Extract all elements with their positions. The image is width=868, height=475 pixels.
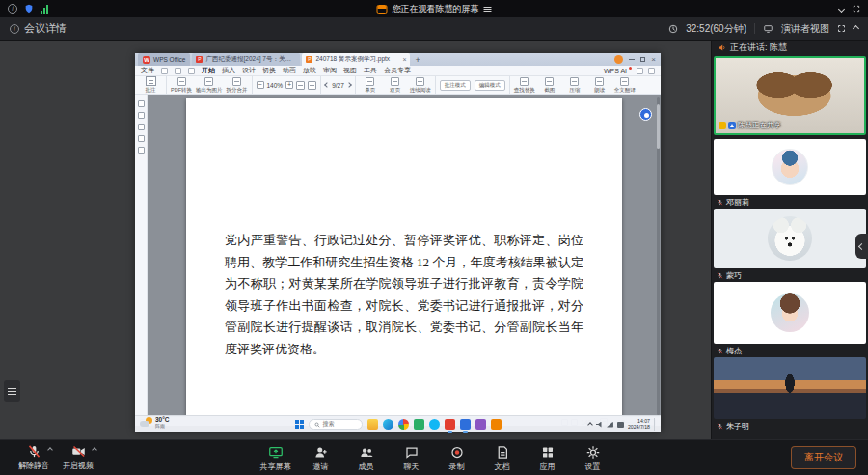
attachment-icon[interactable] [138, 135, 145, 142]
new-tab-button[interactable]: + [412, 55, 422, 65]
weather-widget[interactable]: 30°C 阵雨 [140, 417, 170, 429]
share-doc-icon[interactable] [648, 68, 655, 74]
apps-button[interactable]: 应用 [532, 445, 563, 472]
leave-meeting-button[interactable]: 离开会议 [791, 446, 856, 469]
taskbar-app-wps[interactable] [445, 419, 455, 430]
menu-file[interactable]: 文件 [141, 66, 154, 75]
docs-button[interactable]: 文档 [487, 445, 518, 472]
record-button[interactable]: 录制 [442, 445, 473, 472]
annotation-menu-button[interactable] [4, 380, 20, 402]
fit-width-icon[interactable] [296, 81, 305, 90]
zoom-in-button[interactable]: + [285, 81, 293, 89]
participant-tile[interactable] [714, 139, 866, 195]
chevron-down-icon[interactable] [838, 5, 845, 12]
panel-collapse-handle[interactable] [855, 234, 868, 259]
menu-tools[interactable]: 工具 [364, 66, 377, 75]
wps-tab-pptx[interactable]: P 240718 警示案例学习.pptx × [302, 53, 410, 66]
notification-sliver[interactable] [654, 418, 657, 431]
assistant-fab[interactable] [639, 108, 652, 121]
unmute-button[interactable]: 解除静音 [12, 444, 56, 471]
menu-transition[interactable]: 切换 [262, 66, 276, 75]
wps-tab-pdf[interactable]: P 广西纪委通报[2024] 7号：关于… [192, 53, 300, 66]
taskbar-app-folder[interactable] [367, 419, 378, 430]
chat-button[interactable]: 聊天 [396, 445, 427, 472]
toolbar-translate[interactable]: 全文翻译 [614, 77, 636, 94]
menu-member[interactable]: 会员专享 [384, 66, 411, 75]
save-icon[interactable] [161, 68, 168, 74]
wps-home-tab[interactable]: W WPS Office [138, 53, 190, 66]
speaker-view-button[interactable]: 演讲者视图 [781, 22, 829, 36]
annotate-mode-button[interactable]: 批注模式 [440, 80, 471, 91]
taskbar-app-wechat[interactable] [414, 419, 424, 430]
banner-menu-icon[interactable] [484, 7, 492, 12]
zoom-value[interactable]: 140% [267, 82, 284, 89]
toolbar-read-aloud[interactable]: 朗读 [589, 77, 610, 94]
members-button[interactable]: 成员 [351, 445, 382, 472]
toolbar-split-merge[interactable]: 拆分合并 [227, 77, 248, 94]
page-indicator[interactable]: 9/27 [332, 82, 344, 89]
invite-button[interactable]: 邀请 [306, 445, 337, 472]
taskbar-app-qq[interactable] [429, 419, 440, 430]
redo-icon[interactable] [188, 68, 195, 74]
undo-icon[interactable] [175, 68, 181, 74]
tray-expand-icon[interactable] [587, 422, 593, 428]
toolbar-double-page[interactable]: 双页 [385, 77, 406, 94]
menu-slideshow[interactable]: 放映 [303, 66, 316, 75]
menu-start[interactable]: 开始 [202, 66, 215, 75]
menu-design[interactable]: 设计 [242, 66, 256, 75]
participant-tile[interactable] [714, 209, 866, 268]
tab-close-icon[interactable]: × [402, 56, 406, 63]
zoom-out-button[interactable]: − [257, 81, 264, 89]
mic-device-chevron[interactable] [47, 447, 53, 453]
menu-animation[interactable]: 动画 [283, 66, 296, 75]
meeting-details-button[interactable]: i 会议详情 [10, 21, 67, 36]
window-minimize-icon[interactable] [629, 59, 635, 60]
taskbar-app-chrome[interactable] [398, 419, 409, 430]
menu-review[interactable]: 审阅 [323, 66, 337, 75]
network-icon[interactable] [607, 422, 613, 428]
settings-button[interactable]: 设置 [578, 445, 609, 472]
taskbar-clock[interactable]: 14:07 2024/7/18 [628, 419, 650, 430]
next-page-icon[interactable] [346, 82, 352, 88]
taskbar-app-meeting[interactable] [460, 419, 471, 430]
start-video-button[interactable]: 开启视频 [56, 444, 100, 471]
info-icon[interactable]: i [8, 4, 17, 14]
bookmark-icon[interactable] [138, 100, 145, 107]
toolbar-annotate-button[interactable]: 批注 [139, 76, 162, 94]
fullscreen-icon[interactable] [853, 5, 860, 13]
menu-insert[interactable]: 插入 [222, 66, 235, 75]
participant-tile-sharing[interactable]: 陈慧正在共享 [714, 56, 866, 135]
search-doc-icon[interactable] [637, 68, 643, 74]
toolbar-screenshot[interactable]: 截图 [539, 77, 560, 94]
toolbar-continuous[interactable]: 连续阅读 [410, 77, 431, 94]
toolbar-single-page[interactable]: 单页 [360, 77, 381, 94]
thumbnails-icon[interactable] [138, 112, 145, 119]
taskbar-app-other[interactable] [475, 419, 486, 430]
taskbar-search[interactable]: 搜索 [309, 419, 363, 430]
wps-account-avatar[interactable] [614, 55, 623, 64]
layout-expand-icon[interactable] [837, 24, 846, 33]
battery-icon[interactable] [617, 422, 624, 428]
start-button[interactable] [295, 420, 304, 429]
taskbar-app-other-2[interactable] [491, 419, 502, 430]
volume-icon[interactable] [596, 422, 603, 428]
window-maximize-icon[interactable] [640, 57, 645, 62]
wps-ai-button[interactable]: WPS AI [604, 68, 627, 74]
fit-page-icon[interactable] [308, 81, 316, 90]
participant-tile[interactable] [714, 357, 866, 419]
shield-icon[interactable] [24, 4, 34, 14]
chevron-up-icon[interactable] [853, 25, 859, 32]
menu-view[interactable]: 视图 [343, 66, 357, 75]
toolbar-to-image[interactable]: 输出为图片 [196, 77, 223, 94]
document-page[interactable]: 党内严重警告、行政记过处分、暂停评奖评优、职称评定、岗位聘用、教学工作和研究生招… [186, 98, 622, 417]
participant-tile[interactable] [714, 282, 866, 344]
edit-mode-button[interactable]: 编辑模式 [475, 80, 505, 91]
toolbar-compress[interactable]: 压缩 [564, 77, 585, 94]
document-scrollbar[interactable] [657, 97, 660, 415]
taskbar-app-browser[interactable] [383, 419, 393, 430]
comments-icon[interactable] [138, 124, 145, 130]
toolbar-pdf-convert[interactable]: PDF转换 [171, 77, 192, 94]
camera-device-chevron[interactable] [92, 447, 97, 453]
pen-icon[interactable] [138, 147, 145, 154]
toolbar-find-replace[interactable]: 查找替换 [514, 77, 535, 94]
